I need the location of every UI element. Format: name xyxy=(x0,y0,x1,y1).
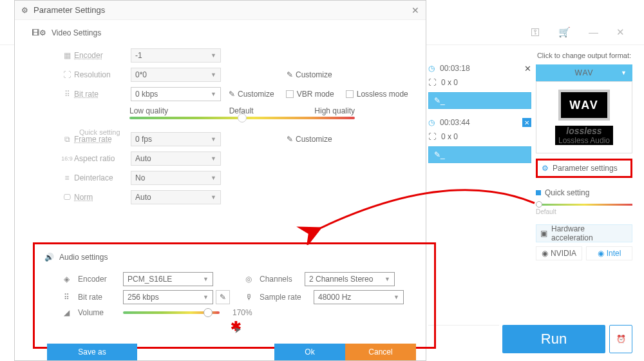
resolution-label: Resolution xyxy=(74,70,131,79)
dot-icon xyxy=(536,190,541,195)
dimensions-icon: ⛶ xyxy=(428,132,436,141)
param-label: Parameter settings xyxy=(553,164,618,173)
key-icon[interactable]: ⚿ xyxy=(531,26,540,37)
video-icon: 🎞⚙ xyxy=(31,26,46,39)
lossless-badge: losslessLossless Audio xyxy=(555,126,613,145)
customize-bitrate[interactable]: ✎Customize xyxy=(229,90,274,99)
volume-value: 170% xyxy=(232,308,252,317)
format-preview: WAV losslessLossless Audio xyxy=(536,81,632,153)
chevron-down-icon: ▼ xyxy=(211,194,216,200)
nvidia-icon: ◉ xyxy=(542,249,548,258)
edit-icon: ✎_ xyxy=(434,96,445,105)
resolution-icon: ⛶ xyxy=(60,70,74,79)
deinterlace-label: Deinterlace xyxy=(74,173,131,182)
audio-bitrate-select[interactable]: 256 kbps▼ xyxy=(123,290,213,304)
pencil-icon: ✎ xyxy=(229,90,235,99)
chevron-down-icon: ▼ xyxy=(211,175,216,181)
cursor-icon: ➤ xyxy=(233,324,243,335)
file-duration: 00:03:18 xyxy=(440,64,470,73)
lossless-text: lossless xyxy=(566,126,601,136)
close-dialog-icon[interactable]: ✕ xyxy=(412,5,419,15)
slider-knob[interactable] xyxy=(238,113,247,122)
intel-badge: ◉Intel xyxy=(586,246,632,260)
file-card: ✕ ◷00:03:18 ⛶0 x 0 ✎_ xyxy=(428,61,531,109)
customize-framerate[interactable]: ✎Customize xyxy=(287,135,332,144)
slider-knob[interactable] xyxy=(536,201,542,208)
slider-knob[interactable] xyxy=(204,308,213,317)
wav-badge: WAV xyxy=(558,90,610,121)
intel-icon: ◉ xyxy=(598,249,604,258)
file-edit-button[interactable]: ✎_ xyxy=(428,92,531,109)
audio-encoder-select[interactable]: PCM_S16LE▼ xyxy=(123,272,213,286)
chevron-down-icon: ▼ xyxy=(211,136,216,142)
audio-encoder-label: Encoder xyxy=(78,275,123,284)
alarm-button[interactable]: ⏰ xyxy=(609,325,632,353)
chevron-down-icon: ▼ xyxy=(211,91,216,97)
pencil-icon: ✎ xyxy=(287,135,293,144)
samplerate-icon: 🎙 xyxy=(245,293,260,302)
deinterlace-icon: ≡ xyxy=(60,173,74,182)
bitrate-edit-button[interactable]: ✎ xyxy=(216,290,230,304)
file-edit-button[interactable]: ✎_ xyxy=(428,146,531,163)
parameter-settings-button[interactable]: ⚙Parameter settings xyxy=(536,159,632,178)
run-button[interactable]: Run xyxy=(502,325,605,353)
edit-icon: ✎_ xyxy=(434,150,445,159)
framerate-select[interactable]: 0 fps▼ xyxy=(131,132,221,146)
minimize-icon[interactable]: — xyxy=(589,26,598,37)
high-label: High quality xyxy=(314,106,355,115)
file-dim: 0 x 0 xyxy=(441,132,458,141)
customize-resolution[interactable]: ✎Customize xyxy=(287,70,332,79)
samplerate-select[interactable]: 48000 Hz▼ xyxy=(314,290,404,304)
low-label: Low quality xyxy=(129,106,168,115)
video-header: Video Settings xyxy=(52,28,101,37)
quick-slider[interactable] xyxy=(536,204,632,206)
clock-icon: ◷ xyxy=(428,118,435,127)
quality-slider[interactable] xyxy=(129,117,355,119)
cancel-button[interactable]: Cancel xyxy=(345,344,416,360)
clock-icon: ◷ xyxy=(428,64,435,73)
nvidia-badge: ◉NVIDIA xyxy=(536,246,582,260)
norm-icon: 🖵 xyxy=(60,193,74,202)
audio-header: Audio settings xyxy=(59,253,108,262)
close-icon[interactable]: ✕ xyxy=(522,118,531,127)
volume-label: Volume xyxy=(78,308,123,317)
settings-icon: ⚙ xyxy=(21,6,28,15)
audio-icon: 🔊 xyxy=(44,253,54,262)
video-encoder-select[interactable]: -1▼ xyxy=(131,48,221,63)
channels-select[interactable]: 2 Channels Stereo▼ xyxy=(305,272,395,286)
lossless-checkbox[interactable]: Lossless mode xyxy=(346,90,408,99)
vbr-checkbox[interactable]: VBR mode xyxy=(286,90,334,99)
framerate-icon: ⧉ xyxy=(60,135,74,144)
dimensions-icon: ⛶ xyxy=(428,78,436,87)
hardware-accel-button[interactable]: ▣Hardware acceleration xyxy=(536,224,632,242)
close-icon[interactable]: ✕ xyxy=(524,64,531,73)
resolution-select[interactable]: 0*0▼ xyxy=(131,68,221,82)
cart-icon[interactable]: 🛒 xyxy=(558,26,571,38)
bitrate-icon: ⠿ xyxy=(64,293,78,302)
close-main-icon[interactable]: ✕ xyxy=(616,26,625,38)
chevron-down-icon: ▼ xyxy=(211,155,216,162)
parameter-settings-dialog: ⚙ Parameter Settings ✕ 🎞⚙Video Settings … xyxy=(14,0,426,361)
norm-label: Norm xyxy=(74,193,131,202)
video-bitrate-select[interactable]: 0 kbps▼ xyxy=(131,87,221,101)
save-as-button[interactable]: Save as xyxy=(47,344,137,360)
pencil-icon: ✎ xyxy=(220,293,226,302)
file-duration: 00:03:44 xyxy=(440,118,470,127)
chevron-down-icon: ▼ xyxy=(211,72,216,78)
ok-button[interactable]: Ok xyxy=(274,344,345,360)
aspect-icon: 16:9 xyxy=(60,155,74,162)
deinterlace-select[interactable]: No▼ xyxy=(131,171,221,185)
format-label: WAV xyxy=(575,68,594,77)
aspect-select[interactable]: Auto▼ xyxy=(131,151,221,166)
chevron-down-icon: ▼ xyxy=(203,294,209,300)
chevron-down-icon: ▼ xyxy=(211,52,216,59)
sliders-icon: ⚙ xyxy=(542,164,549,173)
norm-select[interactable]: Auto▼ xyxy=(131,190,221,204)
aspect-label: Aspect ratio xyxy=(74,154,131,163)
chevron-down-icon: ▼ xyxy=(393,294,399,300)
pencil-icon: ✎ xyxy=(287,70,293,79)
volume-slider[interactable] xyxy=(123,311,220,314)
channels-icon: ◎ xyxy=(245,275,260,284)
hw-label: Hardware acceleration xyxy=(551,224,628,242)
format-dropdown[interactable]: WAV▼ xyxy=(536,64,632,81)
